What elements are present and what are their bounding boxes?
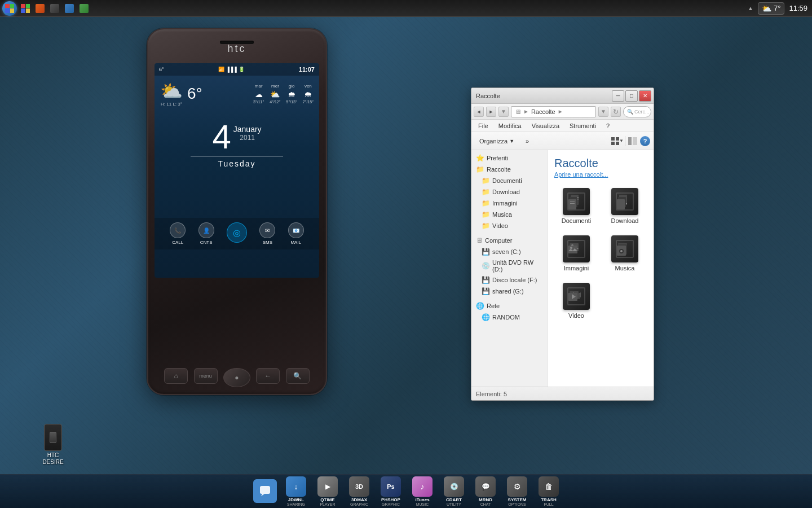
sidebar-item-preferiti[interactable]: ⭐ Preferiti bbox=[471, 152, 547, 164]
system-label-sub: OPTIONS bbox=[508, 502, 526, 506]
cdart-label-sub: UTILITY bbox=[447, 502, 461, 506]
sidebar-item-drive-f[interactable]: 💾 Disco locale (F:) bbox=[471, 274, 547, 286]
nav-dropdown-button[interactable]: ▼ bbox=[498, 107, 509, 117]
dock-item-qtime[interactable]: ▶ QTIME PLAYER bbox=[314, 475, 341, 507]
mrnd-label-main: MRND bbox=[479, 498, 492, 502]
sidebar-item-drive-c[interactable]: 💾 seven (C:) bbox=[471, 246, 547, 257]
sidebar-item-rete[interactable]: 🌐 Rete bbox=[471, 300, 547, 312]
explorer-status: Elementi: 5 bbox=[471, 387, 654, 400]
taskbar-app-2[interactable] bbox=[34, 2, 46, 15]
collection-item-download[interactable]: Download bbox=[603, 185, 647, 227]
app1-icon bbox=[21, 4, 30, 13]
dock-item-system[interactable]: ⚙ SYSTEM OPTIONS bbox=[504, 475, 531, 507]
jdwnl-label-sub: SHARING bbox=[287, 502, 305, 506]
phone-app-cnts[interactable]: 👤 CNTS bbox=[198, 222, 214, 245]
svg-marker-36 bbox=[577, 294, 580, 299]
dock-item-phshop[interactable]: Ps PHSHOP GRAPHIC bbox=[377, 475, 404, 507]
start-button[interactable] bbox=[2, 1, 17, 16]
maximize-button[interactable]: □ bbox=[625, 90, 638, 102]
sidebar-item-raccolte[interactable]: 📁 Raccolte bbox=[471, 164, 547, 175]
preview-pane-button[interactable] bbox=[626, 135, 639, 147]
svg-rect-10 bbox=[570, 197, 577, 207]
hw-btn-trackball[interactable]: ● bbox=[223, 368, 250, 387]
taskbar-app-3[interactable] bbox=[48, 2, 61, 15]
raccolte-sub[interactable]: Aprire una raccolt... bbox=[554, 171, 647, 178]
sidebar-item-drive-d[interactable]: 💿 Unità DVD RW (D:) bbox=[471, 257, 547, 274]
menu-visualizza[interactable]: Visualizza bbox=[527, 121, 564, 130]
phone-app-call[interactable]: 📞 CALL bbox=[170, 222, 186, 245]
minimize-button[interactable]: ─ bbox=[612, 90, 624, 102]
taskbar-app-4[interactable] bbox=[63, 2, 76, 15]
forecast-day-name-3: ven bbox=[304, 84, 312, 89]
phone-app-sms[interactable]: ✉ SMS bbox=[259, 222, 275, 245]
view-grid-button[interactable]: ▼ bbox=[611, 135, 624, 147]
svg-rect-11 bbox=[568, 199, 576, 209]
menu-file[interactable]: File bbox=[474, 121, 493, 130]
mail-icon: 📧 bbox=[288, 222, 304, 238]
sidebar-item-immagini[interactable]: 📁 Immagini bbox=[471, 198, 547, 209]
sidebar-item-random[interactable]: 🌐 RANDOM bbox=[471, 312, 547, 323]
close-button[interactable]: ✕ bbox=[639, 90, 651, 102]
svg-marker-24 bbox=[568, 248, 577, 251]
dock-item-trash[interactable]: 🗑 TRASH FULL bbox=[535, 475, 562, 507]
explorer-title-bar: Raccolte ─ □ ✕ bbox=[471, 88, 654, 104]
menu-modifica[interactable]: Modifica bbox=[494, 121, 526, 130]
taskbar-app-5[interactable] bbox=[78, 2, 90, 15]
hw-btn-menu[interactable]: menu bbox=[194, 368, 218, 384]
search-box[interactable]: 🔍 Cerc... bbox=[623, 106, 651, 117]
organizza-button[interactable]: Organizza ▼ bbox=[475, 137, 519, 146]
dock-item-mrnd[interactable]: 💬 MRND CHAT bbox=[472, 475, 499, 507]
3dmax-label-main: 3DMAX bbox=[351, 498, 367, 502]
video-icon: 📁 bbox=[482, 222, 490, 230]
expand-button[interactable]: » bbox=[521, 137, 533, 146]
dock-item-itunes[interactable]: ♪ iTunes MUSIC bbox=[409, 475, 436, 507]
phone-weather: ⛅ H: 11 L: 3° 6° mar ☁ 3°/11° mer bbox=[155, 76, 319, 109]
collection-item-musica[interactable]: Musica bbox=[603, 232, 647, 275]
taskbar-top: ▲ ⛅ 7° 11:59 bbox=[0, 0, 812, 17]
nav-back-button[interactable]: ◄ bbox=[474, 107, 484, 117]
phone-hw-buttons: ⌂ menu ● ← 🔍 bbox=[148, 368, 326, 387]
phone-app-main[interactable]: ◎ bbox=[227, 222, 247, 245]
current-weather-icon: ⛅ bbox=[160, 80, 183, 102]
collection-item-immagini[interactable]: Immagini bbox=[554, 232, 598, 275]
dock-item-chat[interactable] bbox=[250, 478, 280, 505]
sidebar-item-video[interactable]: 📁 Video bbox=[471, 220, 547, 231]
immagini-collection-icon bbox=[568, 241, 584, 257]
menu-strumenti[interactable]: Strumenti bbox=[565, 121, 601, 130]
current-weather: ⛅ H: 11 L: 3° bbox=[160, 80, 183, 107]
refresh-button[interactable]: ↻ bbox=[611, 107, 621, 117]
system-icon-glyph: ⚙ bbox=[514, 482, 521, 491]
hw-btn-back[interactable]: ← bbox=[256, 368, 280, 384]
taskbar-app-1[interactable] bbox=[19, 2, 32, 15]
weather-widget[interactable]: ⛅ 7° bbox=[758, 2, 784, 15]
phone-month-year: January 2011 bbox=[233, 120, 262, 142]
collection-item-documenti[interactable]: Documenti bbox=[554, 185, 598, 227]
sidebar-item-computer[interactable]: 🖥 Computer bbox=[471, 235, 547, 246]
dock-item-3dmax[interactable]: 3D 3DMAX GRAPHIC bbox=[346, 475, 373, 507]
sidebar-item-documenti[interactable]: 📁 Documenti bbox=[471, 175, 547, 186]
collection-item-video[interactable]: Video bbox=[554, 279, 598, 322]
phone-app-mail[interactable]: 📧 MAIL bbox=[288, 222, 304, 245]
expand-arrow-icon[interactable]: ▲ bbox=[748, 5, 753, 11]
sidebar-item-musica[interactable]: 📁 Musica bbox=[471, 209, 547, 220]
phone-month: January bbox=[233, 125, 262, 134]
help-button[interactable]: ? bbox=[640, 136, 650, 146]
sidebar-item-download[interactable]: 📁 Download bbox=[471, 186, 547, 198]
view-dropdown-arrow: ▼ bbox=[619, 138, 624, 143]
hw-btn-search[interactable]: 🔍 bbox=[286, 368, 310, 384]
nav-forward-button[interactable]: ► bbox=[486, 107, 496, 117]
svg-rect-5 bbox=[633, 137, 637, 145]
address-box[interactable]: 🖥 ► Raccolte ► bbox=[511, 106, 596, 117]
dock-item-cdart[interactable]: 💿 CDART UTILITY bbox=[440, 475, 467, 507]
dock-item-jdwnl[interactable]: ↓ JDWNL SHARING bbox=[283, 475, 310, 507]
cnts-label: CNTS bbox=[200, 240, 213, 245]
address-dropdown-button[interactable]: ▼ bbox=[598, 107, 608, 117]
drive-f-label: Disco locale (F:) bbox=[492, 277, 537, 283]
forecast-day-name-1: mer bbox=[271, 84, 279, 89]
phone-year: 2011 bbox=[233, 134, 262, 142]
sidebar-item-drive-g[interactable]: 💾 shared (G:) bbox=[471, 286, 547, 297]
hw-btn-home[interactable]: ⌂ bbox=[164, 368, 188, 384]
documenti-label: Documenti bbox=[492, 177, 522, 184]
htc-desire-desktop-icon[interactable]: HTC DESIRE bbox=[35, 424, 71, 466]
menu-help[interactable]: ? bbox=[602, 121, 614, 130]
